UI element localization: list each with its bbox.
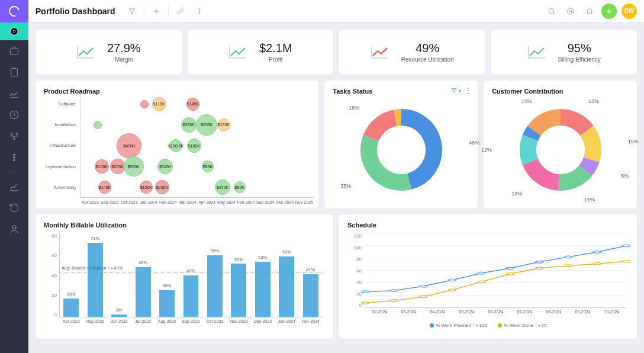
roadmap-bubble[interactable]: $310K [157, 159, 173, 174]
bar[interactable] [207, 255, 223, 317]
roadmap-bubble[interactable]: $95K [234, 181, 246, 193]
bar[interactable] [279, 256, 294, 317]
card-more-icon[interactable]: ⋮ [465, 86, 472, 95]
nav-clipboard-icon[interactable] [9, 67, 20, 78]
roadmap-bubble[interactable]: $110K [152, 97, 166, 111]
y-tick: 60 [44, 253, 59, 258]
nav-dashboard-active[interactable] [0, 23, 28, 40]
y-tick: 80 [347, 256, 364, 262]
svg-point-23 [507, 267, 514, 269]
roadmap-bubble[interactable]: $160K [95, 159, 109, 174]
bar[interactable] [159, 290, 175, 317]
filter-icon[interactable] [125, 4, 139, 18]
trend-icon [371, 45, 389, 59]
bar-value-label: 40% [186, 268, 195, 274]
roadmap-bubble[interactable] [140, 100, 149, 108]
kpi-card: 49%Resource Utilization [339, 30, 485, 75]
bar[interactable] [136, 267, 151, 317]
edit-icon[interactable] [173, 4, 188, 18]
nav-briefcase-icon[interactable] [9, 46, 20, 56]
donut-slice-label: 6% [621, 173, 629, 179]
roadmap-bubble[interactable]: $100.5K [169, 139, 182, 152]
x-tick: Apr-2023 [59, 317, 83, 328]
billable-card: Monthly Billable Utilization 80604020018… [36, 214, 333, 339]
bar-value-label: 51% [234, 257, 243, 262]
svg-point-36 [594, 263, 601, 265]
roadmap-bubble[interactable]: $550K [196, 114, 217, 136]
donut-slice-label: 15% [584, 197, 595, 203]
svg-rect-2 [10, 49, 18, 54]
svg-point-34 [536, 267, 543, 269]
x-tick: Jun-2023 [107, 317, 131, 328]
bar[interactable] [303, 274, 318, 317]
bell-icon[interactable] [582, 4, 597, 18]
svg-point-19 [391, 290, 398, 292]
y-tick: 40 [44, 273, 59, 278]
search-icon[interactable] [545, 4, 559, 18]
roadmap-bubble[interactable]: $145K [186, 98, 199, 111]
bar-value-label: 53% [258, 255, 267, 260]
roadmap-bubble[interactable]: $230K [155, 180, 169, 194]
donut-slice-label: 16% [349, 105, 359, 111]
nav-clock-icon[interactable] [9, 110, 20, 120]
nav-user-icon[interactable] [9, 224, 20, 235]
svg-point-30 [420, 296, 427, 298]
donut-slice-label: 15% [588, 98, 599, 104]
svg-rect-3 [11, 68, 18, 76]
bar[interactable] [255, 262, 271, 317]
roadmap-bubble[interactable]: $285K [181, 117, 197, 133]
x-tick: 03-2024 [394, 308, 423, 316]
svg-point-7 [14, 138, 15, 140]
svg-point-25 [565, 256, 572, 258]
app-logo[interactable] [0, 0, 28, 23]
nav-flow-icon[interactable] [9, 131, 20, 142]
more-icon[interactable] [192, 4, 207, 18]
nav-more-icon[interactable] [9, 152, 20, 163]
create-button[interactable] [601, 4, 617, 19]
svg-point-12 [199, 8, 200, 9]
roadmap-bubble[interactable]: $85K [202, 161, 214, 172]
avatar[interactable]: DW [622, 4, 637, 19]
roadmap-x-label: Dec-2024 [275, 200, 295, 208]
donut-slice-label: 18% [511, 191, 522, 197]
x-tick: 05-2024 [452, 308, 481, 316]
nav-history-icon[interactable] [9, 203, 20, 213]
x-tick: 09-2024 [568, 308, 597, 316]
y-tick: 0 [44, 312, 59, 317]
svg-point-8 [14, 154, 15, 155]
mention-icon[interactable] [564, 4, 578, 18]
bar[interactable] [183, 275, 199, 317]
svg-point-13 [199, 11, 200, 12]
filter-chip-icon[interactable]: ▾ [450, 87, 461, 94]
bar[interactable] [63, 299, 79, 317]
roadmap-y-label: Installation [36, 122, 79, 127]
roadmap-bubble[interactable]: $155K [217, 118, 230, 131]
kpi-value: $2.1M [259, 41, 292, 55]
x-tick: Oct-2023 [203, 317, 227, 328]
roadmap-y-label: Advertising [36, 185, 79, 190]
nav-analytics-icon[interactable] [9, 181, 20, 192]
svg-point-22 [478, 272, 485, 274]
svg-point-35 [565, 265, 572, 267]
roadmap-bubble[interactable]: $180K [187, 139, 201, 153]
billable-title: Monthly Billable Utilization [44, 222, 325, 229]
roadmap-bubble[interactable]: $270K [215, 179, 230, 195]
svg-point-33 [507, 272, 514, 275]
add-icon[interactable] [149, 4, 163, 18]
roadmap-bubble[interactable]: $140K [98, 181, 111, 194]
kpi-label: Resource Utilization [401, 56, 454, 63]
roadmap-bubble[interactable]: $470K [117, 133, 141, 158]
kpi-value: 27.9% [107, 41, 141, 55]
roadmap-bubble[interactable]: $150K [140, 181, 153, 194]
roadmap-bubble[interactable] [94, 121, 102, 129]
roadmap-bubble[interactable]: $950K [124, 156, 144, 176]
nav-chart-icon[interactable] [9, 88, 20, 99]
roadmap-x-label: Jan-2024 [139, 200, 159, 208]
customer-contribution-card: Customer Contribution 15%15%6%15%18%12%1… [484, 81, 637, 208]
y-tick: 40 [347, 280, 364, 285]
bar[interactable] [88, 243, 103, 317]
page-title: Portfolio Dashboard [36, 7, 115, 16]
donut-slice-label: 46% [469, 140, 479, 146]
trend-icon [527, 45, 546, 59]
svg-point-9 [14, 157, 15, 158]
